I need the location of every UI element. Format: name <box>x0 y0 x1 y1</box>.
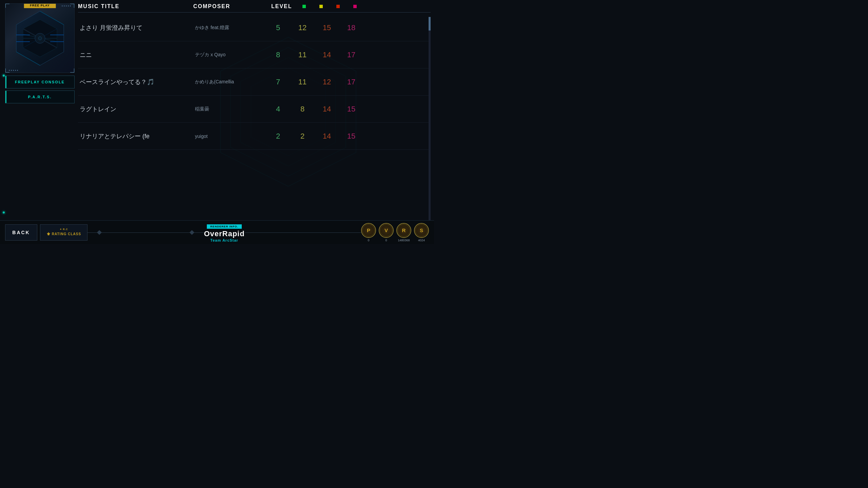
level-val-normal: 11 <box>297 78 308 86</box>
level-values: 5 12 15 18 <box>273 23 356 32</box>
level-val-extra: 17 <box>346 50 356 59</box>
badge-score-r: 1480368 <box>398 239 410 242</box>
level-val-normal: 2 <box>297 132 308 141</box>
table-row[interactable]: リナリアとテレパシー (fe yuigot 2 2 14 15 <box>78 123 431 150</box>
song-title: リナリアとテレパシー (fe <box>80 132 195 140</box>
connector-diamond-left <box>97 230 102 235</box>
badge-v: V 0 <box>379 223 394 242</box>
song-title: ニニ <box>80 51 195 59</box>
badge-p: P 0 <box>361 223 376 242</box>
game-title: OverRapid <box>204 229 244 238</box>
song-title: ラグトレイン <box>80 105 195 113</box>
connector-line <box>87 232 204 233</box>
col-title-header: MUSIC TITLE <box>78 3 193 9</box>
level-val-normal: 11 <box>297 50 308 59</box>
table-row[interactable]: ベースラインやってる？🎵 かめりあ(Camellia 7 11 12 17 <box>78 68 431 96</box>
level-values: 2 2 14 15 <box>273 132 356 141</box>
album-art: FREE PLAY <box>5 3 75 73</box>
level-dot-yellow <box>319 5 323 8</box>
badge-score-s: 4024 <box>418 239 425 242</box>
badge-icon-s: S <box>414 223 429 238</box>
music-list: よさり 月蛍澄み昇りて かゆき feat.燈露 5 12 15 18 ニニ テヅ… <box>78 14 431 150</box>
rating-class-label: ✦ R.C <box>60 228 68 231</box>
song-composer: かゆき feat.燈露 <box>195 25 273 31</box>
song-composer: 稲葉曇 <box>195 106 273 112</box>
level-indicators <box>302 5 357 8</box>
level-values: 8 11 14 17 <box>273 50 356 59</box>
song-composer: テヅカ x Qayo <box>195 52 273 58</box>
table-row[interactable]: ニニ テヅカ x Qayo 8 11 14 17 <box>78 41 431 68</box>
table-row[interactable]: ラグトレイン 稲葉曇 4 8 14 15 <box>78 96 431 123</box>
table-header: MUSIC TITLE COMPOSER LEVEL <box>78 3 431 13</box>
level-val-hard: 14 <box>322 50 332 59</box>
song-title: よさり 月蛍澄み昇りて <box>80 24 195 32</box>
bottom-bar: BACK ✦ R.C ⚜ RATING CLASS RENDERER INFO.… <box>0 220 434 244</box>
level-val-extra: 15 <box>346 105 356 114</box>
level-val-easy: 8 <box>273 50 283 59</box>
rc-icon: ⚜ RATING CLASS <box>46 231 81 237</box>
badge-score-v: 0 <box>386 239 387 242</box>
renderer-info-label: RENDERER INFO. <box>207 224 241 229</box>
level-val-easy: 4 <box>273 105 283 114</box>
badge-icon-v: V <box>379 223 394 238</box>
level-values: 7 11 12 17 <box>273 78 356 86</box>
level-val-hard: 14 <box>322 132 332 141</box>
back-button[interactable]: BACK <box>5 224 37 241</box>
song-composer: yuigot <box>195 134 273 139</box>
freeplay-console-button[interactable]: FREEPLAY CONSOLE <box>5 76 75 88</box>
table-row[interactable]: よさり 月蛍澄み昇りて かゆき feat.燈露 5 12 15 18 <box>78 14 431 41</box>
rc-text: RATING CLASS <box>52 232 81 236</box>
level-val-normal: 12 <box>297 23 308 32</box>
col-composer-header: COMPOSER <box>193 3 271 9</box>
connector-diamond-right <box>190 230 194 235</box>
level-val-hard: 15 <box>322 23 332 32</box>
song-title: ベースラインやってる？🎵 <box>80 78 195 86</box>
level-val-hard: 12 <box>322 78 332 86</box>
free-play-badge: FREE PLAY <box>24 3 56 8</box>
level-dot-green <box>302 5 306 8</box>
main-content: MUSIC TITLE COMPOSER LEVEL よさり 月蛍澄み昇りて か… <box>78 3 431 220</box>
song-composer: かめりあ(Camellia <box>195 79 273 85</box>
rating-class-button[interactable]: ✦ R.C ⚜ RATING CLASS <box>40 224 87 241</box>
level-val-normal: 8 <box>297 105 308 114</box>
badge-s: S 4024 <box>414 223 429 242</box>
badge-icon-p: P <box>361 223 376 238</box>
level-dot-pink <box>353 5 357 8</box>
album-dots-bottom <box>9 70 18 71</box>
col-level-header-container: LEVEL <box>271 3 357 9</box>
score-badges: P 0 V 0 R 1480368 S 4024 <box>361 223 429 242</box>
level-val-easy: 2 <box>273 132 283 141</box>
level-val-extra: 15 <box>346 132 356 141</box>
level-val-easy: 5 <box>273 23 283 32</box>
level-val-easy: 7 <box>273 78 283 86</box>
col-level-header: LEVEL <box>271 3 292 9</box>
left-accent-dot-bottom <box>3 211 5 214</box>
badge-icon-r: R <box>396 223 411 238</box>
album-art-inner <box>5 4 74 73</box>
level-val-extra: 18 <box>346 23 356 32</box>
level-val-extra: 17 <box>346 78 356 86</box>
level-val-hard: 14 <box>322 105 332 114</box>
connector-line-right <box>245 232 361 233</box>
scroll-thumb[interactable] <box>429 17 431 30</box>
scroll-track[interactable] <box>429 17 431 220</box>
rc-emblem: ⚜ <box>46 231 51 237</box>
svg-point-15 <box>38 37 42 40</box>
level-values: 4 8 14 15 <box>273 105 356 114</box>
team-name: Team ArcStar <box>204 238 244 242</box>
badge-score-p: 0 <box>368 239 370 242</box>
center-display: RENDERER INFO. OverRapid Team ArcStar <box>204 223 244 242</box>
left-panel: FREE PLAY <box>5 3 75 103</box>
badge-r: R 1480368 <box>396 223 411 242</box>
left-accent-dot-top <box>3 75 5 77</box>
parts-button[interactable]: P.A.R.T.S. <box>5 90 75 103</box>
level-dot-red <box>336 5 340 8</box>
nav-buttons: FREEPLAY CONSOLE P.A.R.T.S. <box>5 76 75 103</box>
